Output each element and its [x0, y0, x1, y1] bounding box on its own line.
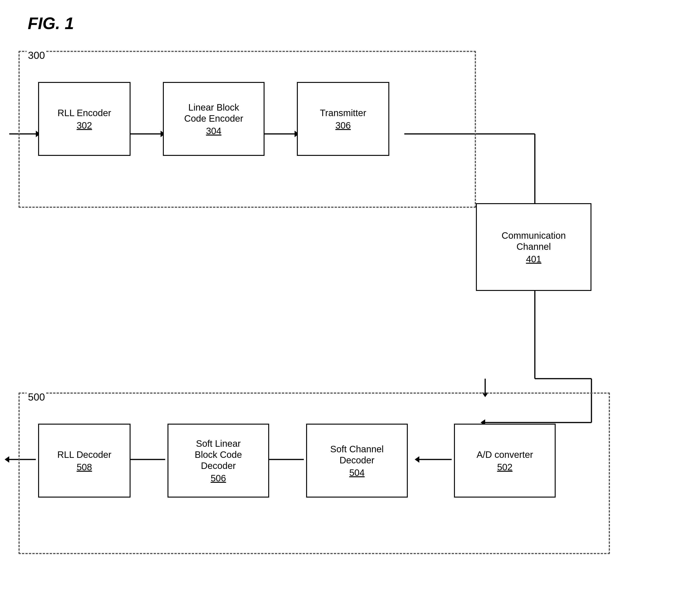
- top-group-label: 300: [26, 50, 46, 61]
- comm-channel-number: 401: [526, 254, 542, 264]
- rll-encoder-block: RLL Encoder 302: [38, 82, 130, 156]
- transmitter-label: Transmitter: [320, 107, 367, 118]
- rll-decoder-number: 508: [77, 462, 92, 473]
- ad-converter-label: A/D converter: [476, 449, 533, 460]
- ad-converter-number: 502: [497, 462, 513, 473]
- transmitter-block: Transmitter 306: [297, 82, 389, 156]
- soft-linear-decoder-number: 506: [211, 473, 226, 484]
- bottom-group-label: 500: [26, 391, 46, 403]
- soft-linear-decoder-block: Soft LinearBlock CodeDecoder 506: [168, 424, 269, 498]
- top-group-box: 300 RLL Encoder 302 Linear BlockCode Enc…: [18, 51, 476, 208]
- comm-channel-block: CommunicationChannel 401: [476, 203, 592, 291]
- linear-block-encoder-number: 304: [206, 126, 222, 136]
- comm-channel-label: CommunicationChannel: [502, 230, 566, 252]
- linear-block-encoder-label: Linear BlockCode Encoder: [184, 102, 243, 124]
- soft-channel-decoder-label: Soft ChannelDecoder: [330, 443, 384, 466]
- page-title: FIG. 1: [28, 14, 74, 33]
- transmitter-number: 306: [335, 120, 351, 131]
- soft-linear-decoder-label: Soft LinearBlock CodeDecoder: [195, 438, 242, 471]
- rll-decoder-label: RLL Decoder: [57, 449, 111, 460]
- svg-marker-23: [5, 456, 9, 463]
- rll-encoder-number: 302: [77, 120, 92, 131]
- rll-encoder-label: RLL Encoder: [58, 107, 111, 118]
- linear-block-encoder-block: Linear BlockCode Encoder 304: [163, 82, 265, 156]
- bottom-group-box: 500 RLL Decoder 508 Soft LinearBlock Cod…: [18, 392, 610, 554]
- soft-channel-decoder-number: 504: [349, 468, 365, 478]
- rll-decoder-block: RLL Decoder 508: [38, 424, 130, 498]
- soft-channel-decoder-block: Soft ChannelDecoder 504: [306, 424, 408, 498]
- ad-converter-block: A/D converter 502: [454, 424, 556, 498]
